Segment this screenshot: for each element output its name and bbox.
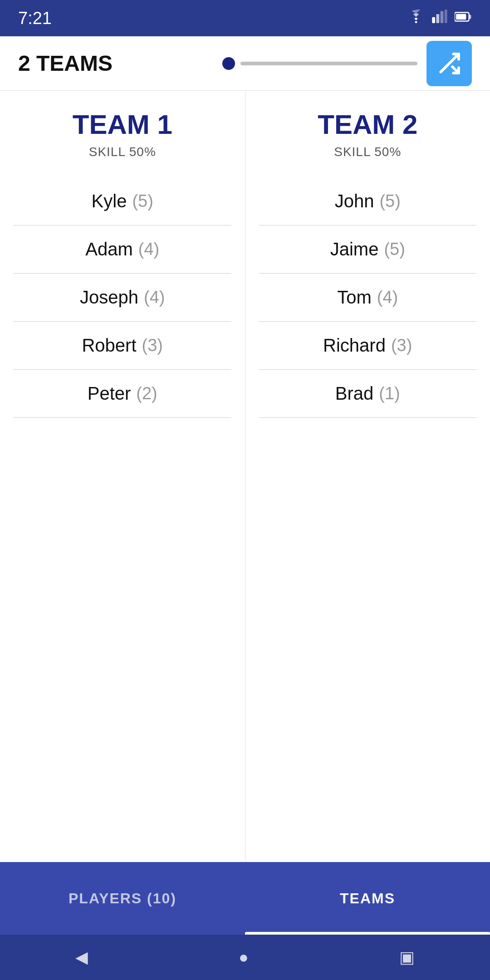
team1-player-1-skill: (4) bbox=[138, 240, 159, 259]
status-icons bbox=[407, 10, 472, 27]
team2-player-1: Jaime (5) bbox=[259, 225, 477, 274]
team2-player-4-name: Brad bbox=[335, 383, 374, 404]
tab-teams[interactable]: TEAMS bbox=[245, 862, 490, 935]
team2-player-0-name: John bbox=[335, 191, 374, 211]
svg-rect-7 bbox=[456, 14, 466, 20]
team2-player-3-name: Richard bbox=[323, 335, 386, 356]
tab-teams-label: TEAMS bbox=[340, 890, 395, 907]
team1-player-4-skill: (2) bbox=[136, 384, 157, 403]
team2-player-1-name: Jaime bbox=[330, 239, 379, 260]
status-time: 7:21 bbox=[18, 9, 52, 28]
teams-count-title: 2 TEAMS bbox=[18, 51, 213, 76]
teams-slider[interactable] bbox=[213, 57, 426, 70]
team2-player-4: Brad (1) bbox=[259, 370, 477, 418]
team1-player-4: Peter (2) bbox=[14, 370, 231, 418]
team1-column: TEAM 1 SKILL 50% Kyle (5) Adam (4) Josep… bbox=[0, 91, 245, 862]
home-button[interactable]: ● bbox=[239, 948, 249, 967]
team1-player-2: Joseph (4) bbox=[14, 274, 231, 322]
team1-player-0-name: Kyle bbox=[92, 191, 127, 211]
team1-player-1-name: Adam bbox=[85, 239, 133, 260]
team1-player-0-skill: (5) bbox=[132, 191, 153, 211]
team2-player-3-skill: (3) bbox=[391, 336, 412, 355]
team2-skill: SKILL 50% bbox=[259, 145, 477, 159]
back-button[interactable]: ◀ bbox=[75, 948, 88, 967]
svg-rect-3 bbox=[441, 11, 444, 23]
team2-title: TEAM 2 bbox=[259, 109, 477, 140]
team2-player-3: Richard (3) bbox=[259, 322, 477, 370]
signal-icon bbox=[432, 10, 447, 27]
team1-player-3-name: Robert bbox=[82, 335, 136, 356]
team2-column: TEAM 2 SKILL 50% John (5) Jaime (5) Tom … bbox=[245, 91, 490, 862]
svg-rect-2 bbox=[436, 14, 440, 23]
team2-player-2: Tom (4) bbox=[259, 274, 477, 322]
status-bar: 7:21 bbox=[0, 0, 490, 36]
shuffle-button[interactable] bbox=[426, 41, 472, 86]
team2-player-0-skill: (5) bbox=[379, 191, 400, 211]
slider-thumb bbox=[222, 57, 235, 70]
team1-skill: SKILL 50% bbox=[14, 145, 231, 159]
team2-player-0: John (5) bbox=[259, 177, 477, 225]
recents-button[interactable]: ▣ bbox=[399, 948, 415, 967]
svg-rect-6 bbox=[469, 15, 471, 19]
tab-players-label: PLAYERS (10) bbox=[69, 890, 176, 907]
svg-point-0 bbox=[415, 21, 417, 23]
team1-player-0: Kyle (5) bbox=[14, 177, 231, 225]
team1-player-3-skill: (3) bbox=[142, 336, 163, 355]
team1-player-4-name: Peter bbox=[88, 383, 131, 404]
svg-rect-4 bbox=[445, 10, 447, 23]
header: 2 TEAMS bbox=[0, 36, 490, 91]
team2-player-4-skill: (1) bbox=[379, 384, 400, 403]
shuffle-icon bbox=[436, 51, 462, 76]
tab-players[interactable]: PLAYERS (10) bbox=[0, 862, 245, 935]
team1-title: TEAM 1 bbox=[14, 109, 231, 140]
teams-content: TEAM 1 SKILL 50% Kyle (5) Adam (4) Josep… bbox=[0, 91, 490, 862]
system-nav: ◀ ● ▣ bbox=[0, 935, 490, 980]
slider-track bbox=[240, 62, 417, 65]
team1-player-2-skill: (4) bbox=[144, 288, 165, 307]
team2-player-1-skill: (5) bbox=[384, 240, 405, 259]
team2-player-2-name: Tom bbox=[337, 287, 372, 308]
wifi-icon bbox=[407, 10, 425, 27]
bottom-nav: PLAYERS (10) TEAMS bbox=[0, 862, 490, 935]
svg-rect-1 bbox=[432, 17, 435, 23]
team1-player-1: Adam (4) bbox=[14, 225, 231, 274]
team2-player-2-skill: (4) bbox=[377, 288, 398, 307]
team1-player-2-name: Joseph bbox=[80, 287, 138, 308]
battery-icon bbox=[455, 10, 472, 27]
team1-player-3: Robert (3) bbox=[14, 322, 231, 370]
